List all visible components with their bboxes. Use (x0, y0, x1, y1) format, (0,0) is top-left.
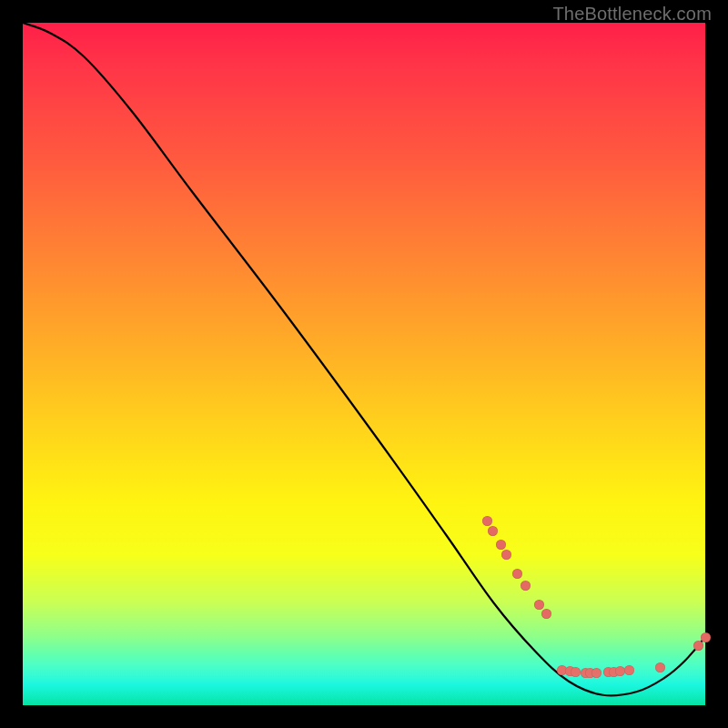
chart-stage: TheBottleneck.com (0, 0, 728, 728)
data-point (701, 632, 711, 642)
data-point (624, 665, 634, 675)
data-point (496, 540, 506, 550)
data-point (482, 516, 492, 526)
data-point (541, 609, 551, 619)
data-point (534, 600, 544, 610)
data-point (655, 662, 665, 672)
data-point (693, 641, 703, 651)
watermark-text: TheBottleneck.com (552, 4, 712, 25)
data-point (501, 550, 511, 560)
data-point (488, 526, 498, 536)
bottleneck-curve (23, 23, 705, 705)
plot-area (23, 23, 705, 705)
data-point (571, 667, 581, 677)
data-point (512, 569, 522, 579)
data-point (592, 668, 602, 678)
